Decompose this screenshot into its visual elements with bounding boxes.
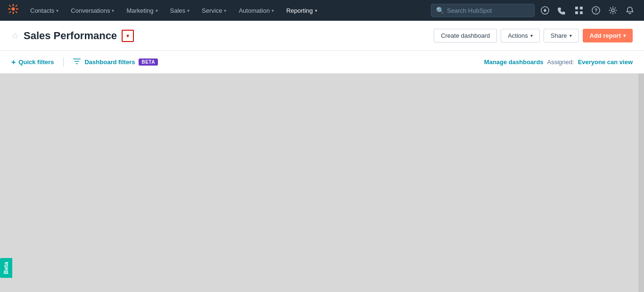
nav-left: Contacts ▾ Conversations ▾ Marketing ▾ S… <box>8 3 323 17</box>
settings-icon[interactable] <box>606 4 619 17</box>
contacts-chevron-icon: ▾ <box>56 8 58 13</box>
svg-rect-8 <box>580 7 583 9</box>
manage-dashboards-link[interactable]: Manage dashboards <box>484 58 544 66</box>
svg-rect-10 <box>580 11 583 14</box>
page-header-left: ☆ Sales Performance ▾ <box>11 30 134 42</box>
nav-item-service[interactable]: Service ▾ <box>196 4 232 17</box>
create-dashboard-button[interactable]: Create dashboard <box>434 29 497 42</box>
plus-icon: + <box>11 58 16 67</box>
dashboard-dropdown-button[interactable]: ▾ <box>122 30 134 42</box>
beta-side-tab[interactable]: Beta <box>0 258 12 278</box>
share-chevron-icon: ▾ <box>570 33 572 38</box>
filter-bar: + Quick filters Dashboard filters BETA M… <box>0 51 644 74</box>
scrollbar[interactable] <box>638 74 644 292</box>
reporting-chevron-icon: ▾ <box>315 8 317 13</box>
dropdown-chevron-icon: ▾ <box>126 33 129 39</box>
share-button[interactable]: Share ▾ <box>544 29 579 42</box>
page-header: ☆ Sales Performance ▾ Create dashboard A… <box>0 21 644 51</box>
service-chevron-icon: ▾ <box>224 8 226 13</box>
assigned-label: Assigned: <box>547 58 574 66</box>
nav-item-sales[interactable]: Sales ▾ <box>165 4 196 17</box>
svg-point-4 <box>16 8 17 10</box>
marketplace-icon[interactable] <box>572 4 586 17</box>
page-title: Sales Performance <box>24 30 117 42</box>
phone-icon[interactable] <box>555 4 569 17</box>
search-icon: 🔍 <box>436 7 444 14</box>
nav-right: 🔍 ? <box>431 4 636 17</box>
automation-chevron-icon: ▾ <box>272 8 274 13</box>
svg-text:?: ? <box>594 8 598 13</box>
svg-point-2 <box>13 12 14 13</box>
page-header-right: Create dashboard Actions ▾ Share ▾ Add r… <box>434 29 633 42</box>
search-input[interactable] <box>447 7 529 14</box>
filter-bar-right: Manage dashboards Assigned: Everyone can… <box>484 58 633 66</box>
filter-bar-left: + Quick filters Dashboard filters BETA <box>11 55 158 69</box>
top-navigation: Contacts ▾ Conversations ▾ Marketing ▾ S… <box>0 0 644 21</box>
upgrade-icon[interactable] <box>538 4 552 17</box>
quick-filters-button[interactable]: + Quick filters <box>11 55 54 69</box>
favorite-star-icon[interactable]: ☆ <box>11 31 19 41</box>
svg-point-3 <box>9 8 10 10</box>
filter-divider <box>63 58 64 67</box>
hubspot-logo[interactable] <box>8 3 19 17</box>
add-report-chevron-icon: ▾ <box>623 33 626 38</box>
svg-point-0 <box>12 8 15 11</box>
search-bar[interactable]: 🔍 <box>431 4 535 17</box>
add-report-button[interactable]: Add report ▾ <box>583 29 633 42</box>
svg-rect-6 <box>544 11 546 12</box>
sales-chevron-icon: ▾ <box>187 8 190 13</box>
svg-rect-9 <box>575 11 578 14</box>
nav-items: Contacts ▾ Conversations ▾ Marketing ▾ S… <box>25 4 323 17</box>
dashboard-filters-button[interactable]: Dashboard filters BETA <box>73 58 157 66</box>
conversations-chevron-icon: ▾ <box>112 8 114 13</box>
svg-point-13 <box>611 9 614 12</box>
nav-item-reporting[interactable]: Reporting ▾ <box>281 4 322 17</box>
nav-item-contacts[interactable]: Contacts ▾ <box>25 4 64 17</box>
assigned-value[interactable]: Everyone can view <box>578 58 633 66</box>
nav-item-conversations[interactable]: Conversations ▾ <box>65 4 120 17</box>
beta-badge: BETA <box>139 58 157 66</box>
marketing-chevron-icon: ▾ <box>156 8 158 13</box>
nav-item-automation[interactable]: Automation ▾ <box>233 4 280 17</box>
notifications-icon[interactable] <box>623 4 636 17</box>
actions-button[interactable]: Actions ▾ <box>501 29 540 42</box>
filter-lines-icon <box>73 58 81 66</box>
nav-item-marketing[interactable]: Marketing ▾ <box>121 4 163 17</box>
help-icon[interactable]: ? <box>589 4 603 17</box>
svg-point-1 <box>13 5 14 6</box>
svg-rect-7 <box>575 7 578 9</box>
dashboard-content-area <box>0 74 644 292</box>
actions-chevron-icon: ▾ <box>530 33 533 38</box>
